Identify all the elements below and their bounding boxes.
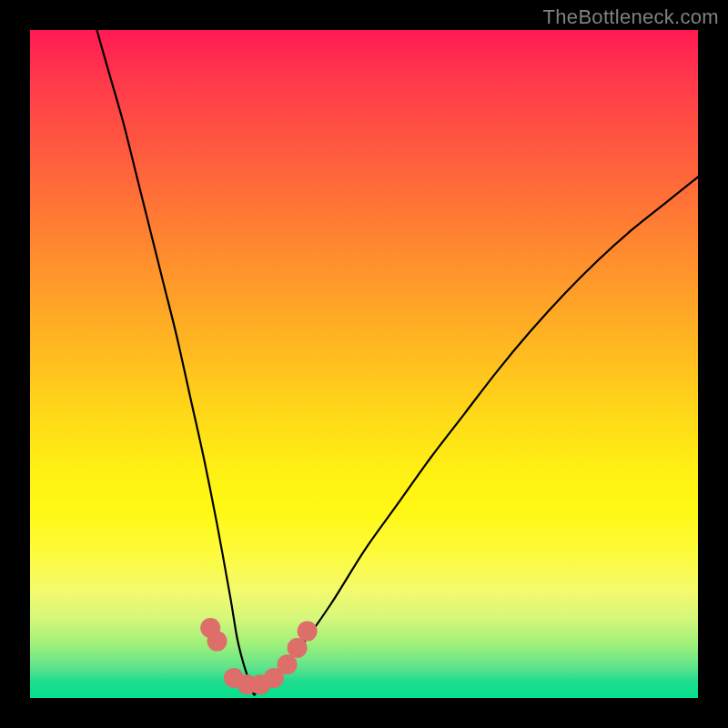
marker-dot: [207, 632, 228, 652]
plot-svg: [30, 30, 698, 698]
chart-frame: TheBottleneck.com: [0, 0, 728, 728]
marker-dot: [288, 638, 308, 658]
watermark-text: TheBottleneck.com: [543, 5, 719, 29]
valley-curve: [96, 30, 698, 695]
marker-dot: [278, 654, 298, 674]
plot-area: [30, 30, 698, 698]
marker-dot: [298, 622, 318, 642]
flat-markers: [200, 618, 317, 694]
